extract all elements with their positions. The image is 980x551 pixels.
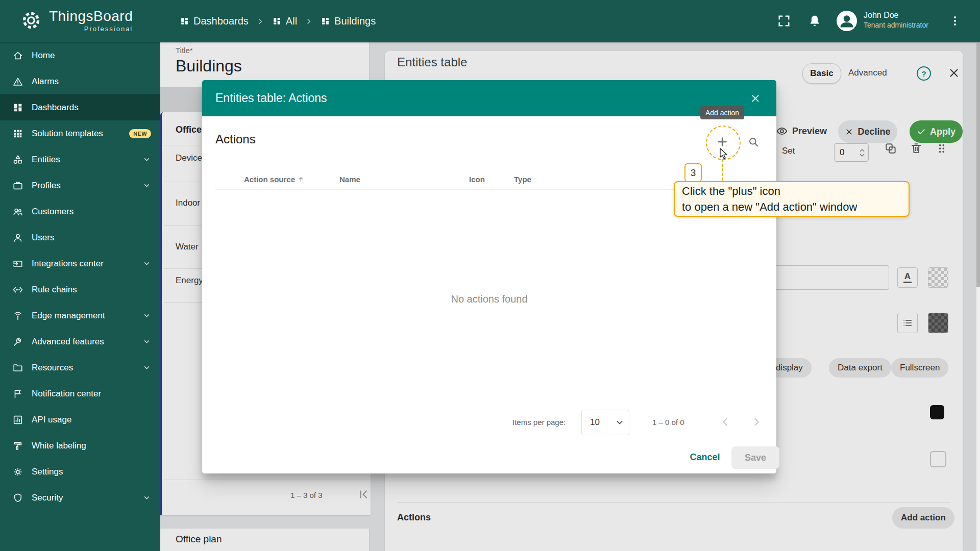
sidebar-item-notification-center[interactable]: Notification center: [0, 381, 160, 407]
pagination-range-text: 1 – 0 of 0: [652, 418, 684, 427]
folder-icon: [12, 362, 23, 373]
paint-icon: [12, 440, 23, 452]
column-header-name[interactable]: Name: [339, 175, 360, 184]
person-icon: [12, 232, 23, 243]
breadcrumb-buildings[interactable]: Buildings: [321, 15, 376, 27]
sidebar-item-settings[interactable]: Settings: [0, 459, 160, 485]
dashboards-icon: [272, 16, 282, 26]
items-per-page-label: Items per page:: [512, 418, 566, 427]
cancel-button[interactable]: Cancel: [684, 452, 725, 463]
entities-table-actions-dialog: Entities table: Actions Actions Action s…: [202, 80, 776, 473]
notifications-bell-icon[interactable]: [807, 14, 822, 28]
next-page-icon[interactable]: [750, 415, 763, 429]
save-button[interactable]: Save: [731, 446, 779, 469]
sidebar-item-profiles[interactable]: Profiles: [0, 172, 160, 198]
sidebar-item-resources[interactable]: Resources: [0, 355, 160, 381]
cursor-pointer-icon: [718, 147, 730, 159]
breadcrumb: Dashboards All Buildings: [180, 0, 376, 42]
breadcrumb-all[interactable]: All: [272, 15, 297, 27]
tutorial-text-line2: to open a new "Add action" window: [682, 199, 901, 215]
dialog-header: Entities table: Actions: [202, 80, 776, 116]
sidebar-item-rule-chains[interactable]: Rule chains: [0, 277, 160, 303]
sidebar-item-users[interactable]: Users: [0, 224, 160, 251]
dashboards-icon: [12, 102, 23, 113]
dialog-title: Entities table: Actions: [215, 91, 327, 105]
user-role: Tenant administrator: [864, 20, 928, 30]
wrench-icon: [12, 336, 23, 347]
breadcrumb-dashboards[interactable]: Dashboards: [180, 15, 249, 27]
chevron-down-icon: [142, 155, 151, 164]
chevron-down-icon: [142, 337, 151, 346]
sidebar-item-alarms[interactable]: Alarms: [0, 68, 160, 94]
items-per-page-select[interactable]: 10: [581, 410, 629, 435]
dashboards-icon: [321, 16, 330, 26]
flag-icon: [12, 388, 23, 399]
logo-subtitle: Professional: [84, 25, 133, 33]
search-button[interactable]: [744, 133, 763, 151]
thingsboard-app: ThingsBoard Professional Dashboards All …: [0, 0, 980, 551]
input-icon: [12, 258, 23, 269]
sidebar-item-security[interactable]: Security: [0, 485, 160, 511]
fullscreen-icon[interactable]: [777, 14, 791, 28]
sort-asc-icon: [297, 176, 305, 183]
sidebar-item-entities[interactable]: Entities: [0, 146, 160, 172]
chart-icon: [12, 414, 23, 425]
kebab-menu-icon[interactable]: [948, 14, 962, 28]
add-action-tooltip: Add action: [700, 106, 744, 119]
top-header: ThingsBoard Professional Dashboards All …: [0, 0, 980, 42]
sidebar-item-solution-templates[interactable]: Solution templates NEW: [0, 120, 160, 146]
sidebar-item-advanced-features[interactable]: Advanced features: [0, 329, 160, 355]
thingsboard-gear-logo-icon: [19, 9, 43, 32]
column-header-icon[interactable]: Icon: [469, 175, 485, 184]
sidebar-item-dashboards[interactable]: Dashboards: [0, 94, 160, 120]
sidebar-item-customers[interactable]: Customers: [0, 198, 160, 224]
select-caret-icon: [617, 420, 623, 424]
dialog-close-button[interactable]: [747, 90, 764, 107]
column-header-type[interactable]: Type: [514, 175, 531, 184]
logo-title: ThingsBoard: [49, 8, 133, 24]
tutorial-callout: Click the "plus" icon to open a new "Add…: [674, 181, 910, 217]
chevron-down-icon: [142, 259, 151, 268]
user-name: John Doe: [864, 10, 928, 20]
settings-ethernet-icon: [12, 284, 23, 295]
sidebar-item-api-usage[interactable]: API usage: [0, 407, 160, 433]
dashboards-icon: [180, 16, 189, 26]
apps-grid-icon: [12, 128, 23, 139]
empty-state-text: No actions found: [202, 293, 776, 305]
warning-icon: [12, 76, 23, 87]
chevron-down-icon: [142, 493, 151, 502]
breadcrumb-separator-icon: [305, 17, 313, 26]
page-scrollbar-track[interactable]: [976, 42, 980, 551]
app-logo[interactable]: ThingsBoard Professional: [19, 8, 133, 33]
sidebar: Home Alarms Dashboards Solution template…: [0, 42, 160, 551]
briefcase-icon: [12, 180, 23, 191]
avatar[interactable]: [836, 10, 857, 32]
tutorial-connector-line: [722, 159, 723, 181]
gear-icon: [12, 466, 23, 478]
home-icon: [12, 50, 23, 61]
breadcrumb-separator-icon: [256, 17, 264, 26]
chevron-down-icon: [142, 311, 151, 320]
tutorial-text-line1: Click the "plus" icon: [682, 183, 901, 199]
tutorial-step-badge: 3: [684, 163, 702, 182]
previous-page-icon[interactable]: [719, 415, 732, 429]
sidebar-item-edge-management[interactable]: Edge management: [0, 303, 160, 329]
new-badge: NEW: [129, 129, 151, 138]
sidebar-item-home[interactable]: Home: [0, 42, 160, 68]
antenna-icon: [12, 310, 23, 321]
category-icon: [12, 154, 23, 165]
column-header-action-source[interactable]: Action source: [244, 175, 305, 184]
page-scrollbar-thumb[interactable]: [976, 42, 980, 287]
sidebar-item-integrations-center[interactable]: Integrations center: [0, 251, 160, 277]
shield-icon: [12, 492, 23, 504]
user-info[interactable]: John Doe Tenant administrator: [864, 10, 928, 30]
dialog-section-heading: Actions: [215, 132, 256, 146]
chevron-down-icon: [142, 363, 151, 372]
people-icon: [12, 206, 23, 217]
sidebar-item-white-labeling[interactable]: White labeling: [0, 433, 160, 459]
chevron-down-icon: [142, 181, 151, 190]
